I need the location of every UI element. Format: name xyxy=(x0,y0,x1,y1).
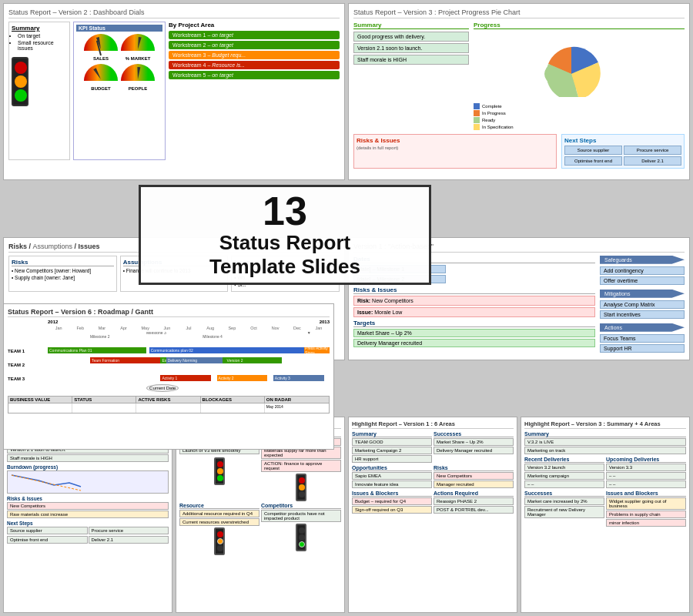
tl-b-amber xyxy=(299,484,305,490)
tl-d-amber xyxy=(217,468,223,474)
burndown-actual xyxy=(12,475,81,487)
year-2012: 2012 xyxy=(48,320,294,324)
tl-d-green xyxy=(217,475,223,481)
swatch-ready xyxy=(474,117,480,123)
burndown-svg xyxy=(8,471,168,494)
dials-row: SALES % MARKET xyxy=(76,34,162,61)
mini-slide-highlight2: Highlight Report – Version 3 : Summary +… xyxy=(521,417,690,613)
workstream-1: Workstream 1 – on target xyxy=(169,31,340,39)
team2-label: TEAM 2 xyxy=(8,363,48,367)
month-nov: Nov xyxy=(265,326,286,330)
legend-label: Complete xyxy=(482,104,502,109)
mini4-i1: Widget supplier going out of business xyxy=(606,497,686,510)
dial-svg xyxy=(84,64,118,81)
traffic-light xyxy=(12,57,28,106)
mini3-s2: Marketing Campaign 2 xyxy=(352,447,432,454)
assumptions-label: Assumptions xyxy=(33,243,73,250)
dial-bg xyxy=(121,34,155,51)
cell-status xyxy=(72,403,136,413)
col-blockages: BLOCKAGES xyxy=(201,397,265,403)
mini4-recent-label: Recent Deliveries xyxy=(524,457,604,463)
mini4-rd3: – – xyxy=(524,480,604,488)
safeguards-section: Safeguards Add contingency Offer overtim… xyxy=(600,256,685,285)
summary-item: On target xyxy=(18,33,67,38)
mini4-sc2: Recruitment of new Delivery Manager xyxy=(524,506,604,518)
competitors-col-title: Competitors xyxy=(261,503,341,509)
mini3-i2: Sign-off required on Q3 xyxy=(352,506,432,514)
tl-c-red xyxy=(299,527,305,534)
month-jan2: Jan xyxy=(308,326,330,330)
month-jun: Jun xyxy=(156,326,178,330)
col-status: STATUS xyxy=(72,397,136,403)
current-date-row: Current Date xyxy=(48,384,330,392)
team3-label: TEAM 3 xyxy=(8,377,48,381)
col-onradar: ON RADAR xyxy=(265,397,329,403)
svg-marker-1 xyxy=(136,37,142,49)
mini3-issues-label: Issues & Blockers xyxy=(352,490,432,497)
competitors-traffic xyxy=(261,524,341,551)
tl-delivery xyxy=(214,457,225,485)
overlay-line2: Template Slides xyxy=(209,255,360,278)
safeguards-list: Add contingency Offer overtime xyxy=(600,266,685,285)
team1-bar-1: Communications Plan 01 xyxy=(48,347,146,353)
tl-c-amber xyxy=(299,534,305,541)
risks-col-title: Risks xyxy=(12,259,114,266)
kpi-status: KPI Status SALES xyxy=(73,22,166,160)
mini1-ns-3: Optimise front end xyxy=(7,536,88,544)
team2-row: TEAM 2 Team Formation Extra Services – P… xyxy=(8,357,330,373)
risks-col: Risks • New Competitors [owner: Howard] … xyxy=(8,256,117,292)
mini3-s3: HR support xyxy=(352,455,432,463)
mini4-rd1: Version 3.2 launch xyxy=(524,464,604,471)
mini3-a2: POST & PORTRBL dev... xyxy=(434,506,514,514)
mini1-nextsteps-label: Next Steps xyxy=(7,521,169,526)
mini4-s2: Marketing on track xyxy=(524,447,686,454)
dial-sales: SALES xyxy=(84,34,118,61)
mini4-upcoming: Upcoming Deliveries Version 3.3 – – – – xyxy=(606,457,686,489)
summary-box-1: Good progress with delivery. xyxy=(353,32,469,42)
overlay-line1: Status Report xyxy=(219,231,350,254)
dial-bg xyxy=(84,34,118,51)
team2-bar-1: Team Formation xyxy=(90,357,161,363)
tl-r-green xyxy=(217,545,223,551)
milestone-row: Milestone 2 Milestone 3 Milestone 4 ▼ xyxy=(48,332,330,346)
team3-row: TEAM 3 Activity 1 Activity 2 Activity 3 xyxy=(8,375,330,383)
team1-row: TEAM 1 Communications Plan 01 Communicat… xyxy=(8,347,330,355)
team1-bar-3: Press Activity Stops xyxy=(304,347,330,353)
mini4-summary-label: Summary xyxy=(524,431,686,437)
dial-svg xyxy=(121,64,155,81)
tl-r-amber xyxy=(217,538,223,544)
mini4-sc1: Market care increased by 2% xyxy=(524,497,604,505)
actions-list: Focus Teams Support HR xyxy=(600,334,685,353)
tl-amber xyxy=(15,75,27,88)
competitors-item-1: Competitor products have not impacted pr… xyxy=(261,510,341,522)
projects-title: By Project Area xyxy=(169,22,340,28)
mini3-summary: Summary TEAM GOOD Marketing Campaign 2 H… xyxy=(352,431,432,464)
mini4-ud3: – – xyxy=(606,480,686,488)
slide-pie-chart: Status Report – Version 3 : Project Prog… xyxy=(348,3,690,180)
mini3-sc2: Delivery Manager recruited xyxy=(434,447,514,454)
cell-onradar: May 2014 xyxy=(265,403,329,413)
mini3-actions-label: Actions Required xyxy=(434,490,514,497)
budget-traffic xyxy=(261,474,341,501)
slide1-title: Status Report – Version 2 : Dashboard Di… xyxy=(8,8,340,18)
risk-box-1: Risk: New Competitors xyxy=(353,296,595,306)
gantt-months: Jan Feb Mar Apr May Jun Jul Aug Sep Oct … xyxy=(48,326,330,330)
mitigations-list: Analyse Comp Matrix Start incentives xyxy=(600,300,685,319)
mini1-burndown-label: Burndown (progress) xyxy=(7,464,169,470)
ms4-label: Milestone 4 xyxy=(203,334,223,339)
mini3-actions: Actions Required Reassign PHASE 2 POST &… xyxy=(434,490,514,514)
next-btn-2: Procure service xyxy=(624,146,681,155)
slide-gantt: Status Report – Version 6 : Roadmap / Ga… xyxy=(3,303,334,450)
month-oct: Oct xyxy=(243,326,264,330)
legend-inprogress: In Progress xyxy=(474,110,685,116)
mini3-risks: Risks New Competitors Manager recruited xyxy=(434,465,514,489)
report-data: May 2014 xyxy=(8,403,329,413)
cell-bv xyxy=(8,403,72,413)
overlay-text: Status Report Template Slides xyxy=(209,231,360,279)
mini4-i3: minor infection xyxy=(606,519,686,527)
mini4-i2: Problems in supply chain xyxy=(606,511,686,518)
mini1-summary-3: Staff morale is HIGH xyxy=(7,454,169,462)
mini4-grid: Recent Deliveries Version 3.2 launch Mar… xyxy=(524,457,686,527)
next-btn-4: Deliver 2.1 xyxy=(624,156,681,166)
delivery-traffic xyxy=(179,457,259,485)
